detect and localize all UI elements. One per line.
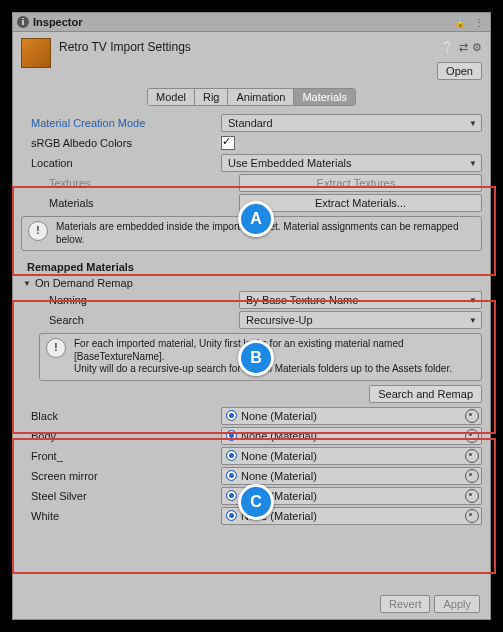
info-icon: i [17,16,29,28]
help-icon[interactable]: ❔ [441,41,455,54]
naming-dropdown[interactable]: By Base Texture Name▼ [239,291,482,309]
open-button[interactable]: Open [437,62,482,80]
remapped-materials-header: Remapped Materials [21,255,482,275]
chevron-down-icon: ▼ [469,316,477,325]
importer-tabs: Model Rig Animation Materials [13,88,490,106]
material-slot-label: White [21,510,221,522]
chevron-down-icon: ▼ [469,119,477,128]
embedded-materials-text: Materials are embedded inside the import… [56,221,475,246]
object-field-icon [226,450,237,461]
settings-icon[interactable]: ⚙ [472,41,482,54]
object-field-icon [226,470,237,481]
asset-header: Retro TV Import Settings ❔ ⇄ ⚙ Open [13,32,490,86]
remap-info-text: For each imported material, Unity first … [74,338,475,376]
footer-buttons: Revert Apply [380,595,480,613]
material-slot-field[interactable]: None (Material) [221,487,482,505]
inspector-panel: i Inspector 🔒 ⋮ Retro TV Import Settings… [12,12,491,620]
chevron-down-icon: ▼ [469,296,477,305]
warning-icon: ! [46,338,66,358]
textures-label: Textures [21,177,239,189]
object-picker-icon[interactable] [465,409,479,423]
tab-model[interactable]: Model [148,89,195,105]
material-slot-field[interactable]: None (Material) [221,447,482,465]
panel-title: Inspector [33,16,83,28]
material-slot-label: Steel Silver [21,490,221,502]
location-dropdown[interactable]: Use Embedded Materials▼ [221,154,482,172]
warning-icon: ! [28,221,48,241]
panel-header: i Inspector 🔒 ⋮ [13,13,490,32]
object-picker-icon[interactable] [465,429,479,443]
material-slot-label: Body [21,430,221,442]
on-demand-remap-label: On Demand Remap [35,277,133,289]
asset-title: Retro TV Import Settings [59,38,429,54]
asset-icon [21,38,51,68]
foldout-arrow-icon: ▼ [23,279,31,288]
material-slot-field[interactable]: None (Material) [221,427,482,445]
material-slot-label: Black [21,410,221,422]
extract-materials-button[interactable]: Extract Materials... [239,194,482,212]
material-slot-label: Screen mirror [21,470,221,482]
material-slot-field[interactable]: None (Material) [221,467,482,485]
apply-button[interactable]: Apply [434,595,480,613]
object-picker-icon[interactable] [465,449,479,463]
preset-icon[interactable]: ⇄ [459,41,468,54]
object-field-icon [226,410,237,421]
search-dropdown[interactable]: Recursive-Up▼ [239,311,482,329]
material-slot-label: Front_ [21,450,221,462]
srgb-checkbox[interactable] [221,136,235,150]
remap-info: ! For each imported material, Unity firs… [39,333,482,381]
tab-rig[interactable]: Rig [195,89,229,105]
menu-icon[interactable]: ⋮ [472,17,486,28]
material-creation-mode-dropdown[interactable]: Standard▼ [221,114,482,132]
tab-animation[interactable]: Animation [228,89,294,105]
search-label: Search [21,314,239,326]
object-picker-icon[interactable] [465,509,479,523]
materials-label: Materials [21,197,239,209]
search-and-remap-button[interactable]: Search and Remap [369,385,482,403]
revert-button[interactable]: Revert [380,595,430,613]
header-tool-icons: ❔ ⇄ ⚙ [441,38,482,56]
material-creation-mode-label: Material Creation Mode [21,117,221,129]
on-demand-remap-foldout[interactable]: ▼ On Demand Remap [21,275,482,291]
material-slot-field[interactable]: None (Material) [221,507,482,525]
naming-label: Naming [21,294,239,306]
location-label: Location [21,157,221,169]
object-field-icon [226,490,237,501]
object-field-icon [226,510,237,521]
tab-materials[interactable]: Materials [294,89,355,105]
lock-icon[interactable]: 🔒 [452,17,468,28]
material-slot-field[interactable]: None (Material) [221,407,482,425]
embedded-materials-info: ! Materials are embedded inside the impo… [21,216,482,251]
object-picker-icon[interactable] [465,489,479,503]
object-field-icon [226,430,237,441]
object-picker-icon[interactable] [465,469,479,483]
srgb-label: sRGB Albedo Colors [21,137,221,149]
extract-textures-button: Extract Textures... [239,174,482,192]
chevron-down-icon: ▼ [469,159,477,168]
